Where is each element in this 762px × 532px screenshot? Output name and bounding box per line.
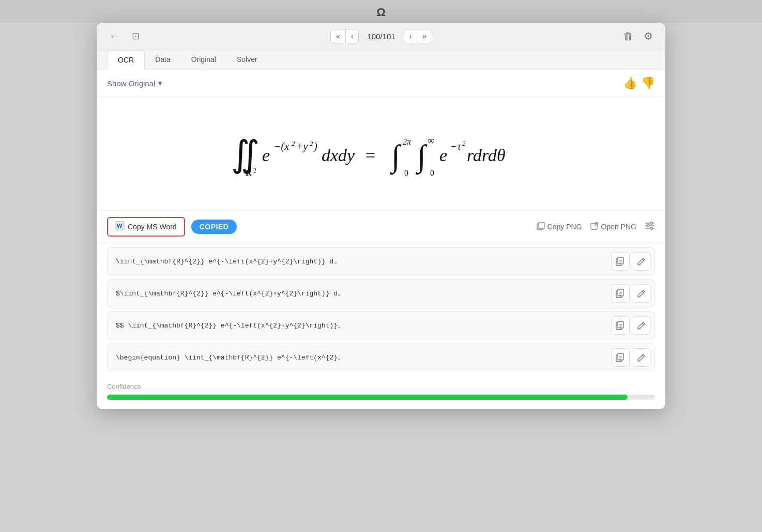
svg-text:2: 2	[292, 139, 295, 147]
open-png-label: Open PNG	[601, 223, 636, 231]
feedback-buttons: 👍 👎	[623, 76, 655, 90]
latex-text-3: $$ \iint_{\mathbf{R}^{2}} e^{-\left(x^{2…	[108, 315, 607, 337]
latex-rows: \iint_{\mathbf{R}^{2}} e^{-\left(x^{2}+y…	[97, 243, 665, 371]
main-window: ← ⊡ « ‹ 100/101 › » 🗑 ⚙ OCR Data Origina…	[97, 23, 665, 409]
top-bar: Ω	[0, 0, 762, 23]
svg-text:0: 0	[430, 168, 434, 177]
right-actions: Copy PNG Open PNG	[537, 221, 655, 233]
svg-text:∞: ∞	[428, 135, 434, 146]
copy-png-icon	[537, 222, 545, 232]
open-png-button[interactable]: Open PNG	[590, 222, 636, 232]
nav-prev-group: « ‹	[330, 29, 359, 43]
row-buttons-3	[607, 312, 654, 339]
word-icon: W	[115, 221, 125, 232]
svg-text:+y: +y	[296, 140, 308, 152]
page-nav: « ‹ 100/101 › »	[330, 29, 432, 43]
svg-text:R: R	[246, 168, 252, 177]
list-item: $\iint_{\mathbf{R}^{2}} e^{-\left(x^{2}+…	[107, 279, 655, 307]
toolbar-right: 🗑 ⚙	[621, 28, 655, 44]
content-area: Show Original ▾ 👍 👎 ∬ R 2 e −(x 2 +y 2	[97, 70, 665, 409]
svg-point-30	[647, 224, 649, 226]
back-button[interactable]: ←	[107, 28, 121, 44]
tab-original[interactable]: Original	[181, 50, 226, 70]
row-buttons-4	[607, 344, 654, 371]
copy-png-button[interactable]: Copy PNG	[537, 222, 582, 232]
svg-text:W: W	[117, 223, 123, 229]
settings-button[interactable]: ⚙	[642, 28, 655, 44]
svg-text:2: 2	[253, 167, 256, 174]
svg-point-31	[650, 227, 652, 229]
title-bar: ← ⊡ « ‹ 100/101 › » 🗑 ⚙	[97, 23, 665, 50]
svg-text:2: 2	[462, 139, 466, 147]
tab-data[interactable]: Data	[145, 50, 181, 70]
open-png-icon	[590, 222, 599, 232]
nav-next-group: › »	[404, 29, 432, 43]
copy-row-4-button[interactable]	[611, 348, 630, 367]
actions-bar: W Copy MS Word COPIED Copy PNG	[97, 210, 665, 243]
copy-png-label: Copy PNG	[547, 223, 582, 231]
copy-ms-word-button[interactable]: W Copy MS Word	[107, 217, 185, 237]
page-counter: 100/101	[361, 32, 401, 41]
formula-svg: ∬ R 2 e −(x 2 +y 2 ) dxdy = ∫ 2π 0	[200, 117, 562, 190]
edit-row-2-button[interactable]	[632, 284, 650, 303]
latex-text-1: \iint_{\mathbf{R}^{2}} e^{-\left(x^{2}+y…	[108, 251, 607, 273]
svg-text:2: 2	[310, 139, 313, 147]
svg-text:∫: ∫	[416, 139, 428, 175]
svg-text:2π: 2π	[403, 137, 412, 146]
copy-ms-word-label: Copy MS Word	[128, 223, 177, 231]
svg-text:−τ: −τ	[450, 140, 461, 152]
svg-rect-24	[539, 223, 544, 229]
confidence-section: Confidence	[97, 375, 665, 409]
thumbs-up-button[interactable]: 👍	[623, 76, 637, 90]
thumbs-down-button[interactable]: 👎	[641, 76, 655, 90]
svg-text:dxdy: dxdy	[322, 146, 355, 165]
svg-text:0: 0	[404, 168, 408, 177]
confidence-progress-bar-fill	[107, 395, 628, 400]
confidence-progress-bar-bg	[107, 395, 655, 400]
list-item: \iint_{\mathbf{R}^{2}} e^{-\left(x^{2}+y…	[107, 247, 655, 275]
formula-display: ∬ R 2 e −(x 2 +y 2 ) dxdy = ∫ 2π 0	[97, 97, 665, 210]
show-original-button[interactable]: Show Original ▾	[107, 79, 162, 88]
nav-last-button[interactable]: »	[417, 29, 432, 43]
edit-row-4-button[interactable]	[632, 348, 650, 367]
edit-row-1-button[interactable]	[632, 252, 650, 271]
copy-row-3-button[interactable]	[611, 316, 630, 335]
nav-prev-button[interactable]: ‹	[346, 29, 359, 43]
row-buttons-1	[607, 248, 654, 275]
row-buttons-2	[607, 280, 654, 307]
svg-text:rdrdθ: rdrdθ	[467, 146, 506, 165]
tab-solver[interactable]: Solver	[226, 50, 268, 70]
nav-next-button[interactable]: ›	[404, 29, 418, 43]
list-item: $$ \iint_{\mathbf{R}^{2}} e^{-\left(x^{2…	[107, 311, 655, 339]
list-item: \begin{equation} \iint_{\mathbf{R}^{2}} …	[107, 343, 655, 371]
tab-ocr[interactable]: OCR	[107, 50, 145, 70]
copy-row-1-button[interactable]	[611, 252, 630, 271]
delete-button[interactable]: 🗑	[621, 28, 635, 44]
latex-text-4: \begin{equation} \iint_{\mathbf{R}^{2}} …	[108, 347, 607, 369]
tabs-bar: OCR Data Original Solver	[97, 50, 665, 70]
latex-text-2: $\iint_{\mathbf{R}^{2}} e^{-\left(x^{2}+…	[108, 283, 607, 305]
svg-text:=: =	[365, 146, 375, 165]
show-original-label: Show Original	[107, 79, 155, 88]
show-original-bar: Show Original ▾ 👍 👎	[97, 70, 665, 97]
copy-row-2-button[interactable]	[611, 284, 630, 303]
svg-text:−(x: −(x	[274, 140, 289, 152]
svg-text:e: e	[262, 146, 270, 165]
svg-text:∫: ∫	[390, 139, 402, 175]
edit-row-3-button[interactable]	[632, 316, 650, 335]
screen-icon-button[interactable]: ⊡	[130, 28, 142, 44]
nav-first-button[interactable]: «	[331, 29, 346, 43]
chevron-down-icon: ▾	[158, 79, 162, 88]
copied-badge: COPIED	[191, 220, 237, 234]
confidence-label: Confidence	[107, 383, 655, 390]
svg-point-29	[650, 222, 652, 224]
app-icon: Ω	[376, 6, 386, 19]
svg-text:e: e	[439, 146, 447, 165]
svg-text:): )	[313, 140, 317, 152]
output-settings-button[interactable]	[645, 221, 655, 233]
